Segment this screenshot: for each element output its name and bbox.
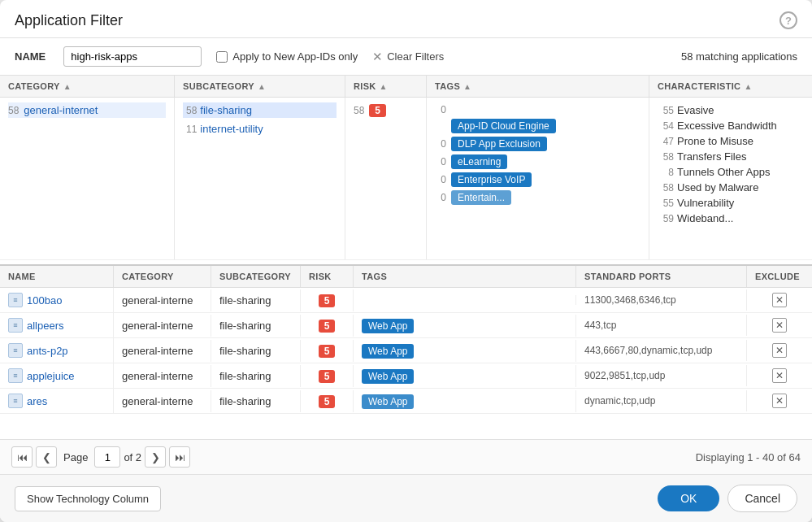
- subcategory-item-file-sharing[interactable]: 58 file-sharing: [183, 102, 337, 118]
- result-cell-tags: Web App: [354, 315, 576, 337]
- result-cell-tags: Web App: [354, 365, 576, 387]
- apply-checkbox[interactable]: [216, 51, 228, 63]
- risk-sort-icon[interactable]: ▲: [380, 82, 388, 91]
- filter-bar: NAME Apply to New App-IDs only ✕ Clear F…: [0, 38, 812, 76]
- characteristic-sort-icon[interactable]: ▲: [744, 82, 752, 91]
- results-body: ≡ 100bao general-interne file-sharing 5 …: [0, 288, 812, 439]
- result-cell-risk: 5: [301, 340, 354, 362]
- pagination-bar: ⏮ ❮ Page of 2 ❯ ⏭ Displaying 1 - 40 of 6…: [0, 439, 812, 474]
- apply-checkbox-label[interactable]: Apply to New App-IDs only: [216, 50, 358, 63]
- exclude-icon[interactable]: ✕: [772, 343, 787, 358]
- results-col-name: NAME: [0, 266, 114, 287]
- filter-cell-category: 58 general-internet: [0, 98, 175, 259]
- filter-col-risk: RISK ▲: [345, 76, 427, 97]
- result-cell-name: ≡ allpeers: [0, 313, 114, 337]
- result-cell-category: general-interne: [114, 340, 211, 362]
- category-item-general-internet[interactable]: 58 general-internet: [8, 102, 166, 118]
- subcategory-item-internet-utility[interactable]: 11 internet-utility: [183, 121, 337, 137]
- result-cell-category: general-interne: [114, 315, 211, 337]
- result-cell-ports: dynamic,tcp,udp: [576, 390, 747, 411]
- char-item-wideband[interactable]: 59 Wideband...: [658, 211, 804, 226]
- exclude-icon[interactable]: ✕: [772, 293, 787, 307]
- page-next-button[interactable]: ❯: [145, 446, 166, 468]
- tag-badge-voip: Enterprise VoIP: [451, 172, 532, 187]
- result-cell-tags: Web App: [354, 340, 576, 362]
- char-item-prone-misuse[interactable]: 47 Prone to Misuse: [658, 133, 804, 149]
- result-cell-subcategory: file-sharing: [211, 390, 301, 412]
- filter-cell-risk: 58 5: [345, 98, 427, 259]
- clear-filters-x-icon: ✕: [372, 50, 383, 64]
- name-label: NAME: [15, 50, 46, 63]
- tag-item-elearning[interactable]: 0 eLearning: [435, 153, 640, 171]
- app-icon: ≡: [8, 343, 23, 358]
- help-icon[interactable]: ?: [779, 11, 797, 29]
- filter-col-characteristic: CHARACTERISTIC ▲: [649, 76, 812, 97]
- result-cell-tags: [354, 295, 576, 305]
- exclude-icon[interactable]: ✕: [772, 394, 787, 408]
- application-filter-dialog: Application Filter ? NAME Apply to New A…: [0, 0, 812, 522]
- filter-header-row: CATEGORY ▲ SUBCATEGORY ▲ RISK ▲ TAGS ▲ C…: [0, 76, 812, 98]
- app-icon: ≡: [8, 394, 23, 408]
- results-col-risk: RISK: [301, 266, 354, 287]
- name-input[interactable]: [63, 46, 202, 67]
- exclude-icon[interactable]: ✕: [772, 368, 787, 383]
- page-first-button[interactable]: ⏮: [11, 446, 33, 468]
- tag-badge-elearning: eLearning: [451, 154, 507, 169]
- matching-count: 58 matching applications: [681, 50, 797, 63]
- cancel-button[interactable]: Cancel: [727, 485, 797, 512]
- result-cell-name: ≡ applejuice: [0, 363, 114, 388]
- display-count: Displaying 1 - 40 of 64: [696, 451, 801, 463]
- tag-item-app-id-cloud[interactable]: App-ID Cloud Engine: [435, 117, 640, 135]
- result-cell-risk: 5: [301, 365, 354, 387]
- tag-badge-dlp: DLP App Exclusion: [451, 137, 547, 151]
- char-item-excessive-bandwidth[interactable]: 54 Excessive Bandwidth: [658, 118, 804, 133]
- results-col-tags: TAGS: [354, 266, 576, 287]
- filter-col-tags: TAGS ▲: [427, 76, 649, 97]
- result-cell-ports: 443,6667,80,dynamic,tcp,udp: [576, 340, 747, 361]
- result-cell-subcategory: file-sharing: [211, 315, 301, 337]
- exclude-icon[interactable]: ✕: [772, 318, 787, 333]
- app-name: allpeers: [27, 320, 64, 332]
- results-col-subcategory: SUBCATEGORY: [211, 266, 301, 287]
- tag-badge-app-id-cloud: App-ID Cloud Engine: [451, 119, 556, 133]
- page-input[interactable]: [94, 446, 120, 468]
- bottom-bar: Show Technology Column OK Cancel: [0, 474, 812, 522]
- tag-item-dlp[interactable]: 0 DLP App Exclusion: [435, 135, 640, 153]
- char-item-used-by-malware[interactable]: 58 Used by Malware: [658, 180, 804, 195]
- tags-sort-icon[interactable]: ▲: [463, 82, 471, 91]
- result-cell-risk: 5: [301, 315, 354, 337]
- char-item-tunnels[interactable]: 8 Tunnels Other Apps: [658, 164, 804, 180]
- category-sort-icon[interactable]: ▲: [63, 82, 72, 91]
- filter-section: CATEGORY ▲ SUBCATEGORY ▲ RISK ▲ TAGS ▲ C…: [0, 76, 812, 266]
- filter-col-category: CATEGORY ▲: [0, 76, 175, 97]
- risk-badge: 5: [369, 104, 386, 117]
- subcategory-sort-icon[interactable]: ▲: [258, 82, 266, 91]
- results-section: NAME CATEGORY SUBCATEGORY RISK TAGS STAN…: [0, 266, 812, 474]
- ok-button[interactable]: OK: [658, 485, 719, 511]
- table-row: ≡ 100bao general-interne file-sharing 5 …: [0, 288, 812, 313]
- page-prev-button[interactable]: ❮: [36, 446, 57, 468]
- show-technology-button[interactable]: Show Technology Column: [15, 486, 161, 511]
- page-last-button[interactable]: ⏭: [169, 446, 190, 468]
- char-item-evasive[interactable]: 55 Evasive: [658, 102, 804, 118]
- result-cell-ports: 443,tcp: [576, 315, 747, 336]
- result-cell-risk: 5: [301, 390, 354, 412]
- risk-item-5[interactable]: 58 5: [354, 102, 418, 119]
- app-name: applejuice: [27, 370, 75, 382]
- result-cell-ports: 11300,3468,6346,tcp: [576, 289, 747, 311]
- dialog-title: Application Filter: [15, 12, 123, 29]
- dialog-header: Application Filter ?: [0, 0, 812, 38]
- table-row: ≡ applejuice general-interne file-sharin…: [0, 363, 812, 389]
- tag-badge-web-app: Web App: [362, 319, 414, 333]
- page-label: Page: [63, 451, 88, 463]
- table-row: ≡ allpeers general-interne file-sharing …: [0, 313, 812, 338]
- tag-item-enterprise-voip[interactable]: 0 Enterprise VoIP: [435, 171, 640, 189]
- tag-item-none[interactable]: 0: [435, 102, 640, 117]
- char-item-vulnerability[interactable]: 55 Vulnerability: [658, 195, 804, 211]
- tag-item-partial[interactable]: 0 Entertain...: [435, 189, 640, 207]
- result-cell-exclude: ✕: [747, 288, 812, 312]
- char-item-transfers-files[interactable]: 58 Transfers Files: [658, 149, 804, 164]
- clear-filters-button[interactable]: ✕ Clear Filters: [372, 50, 444, 64]
- results-header: NAME CATEGORY SUBCATEGORY RISK TAGS STAN…: [0, 266, 812, 288]
- result-cell-ports: 9022,9851,tcp,udp: [576, 365, 747, 386]
